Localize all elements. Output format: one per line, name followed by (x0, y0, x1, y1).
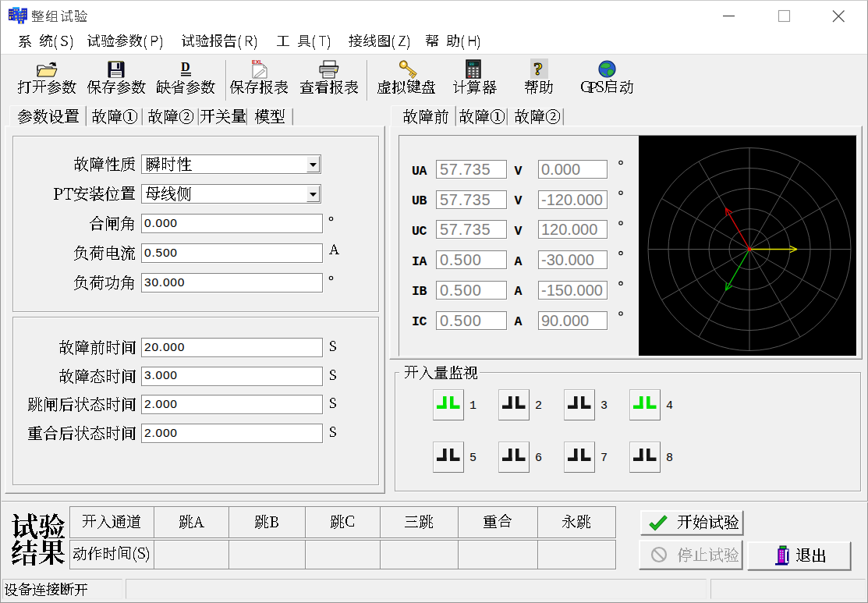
svg-text:88: 88 (469, 62, 474, 67)
svg-text:D: D (181, 60, 190, 73)
svg-text:?: ? (533, 59, 543, 79)
svg-text:EXL: EXL (252, 59, 263, 65)
